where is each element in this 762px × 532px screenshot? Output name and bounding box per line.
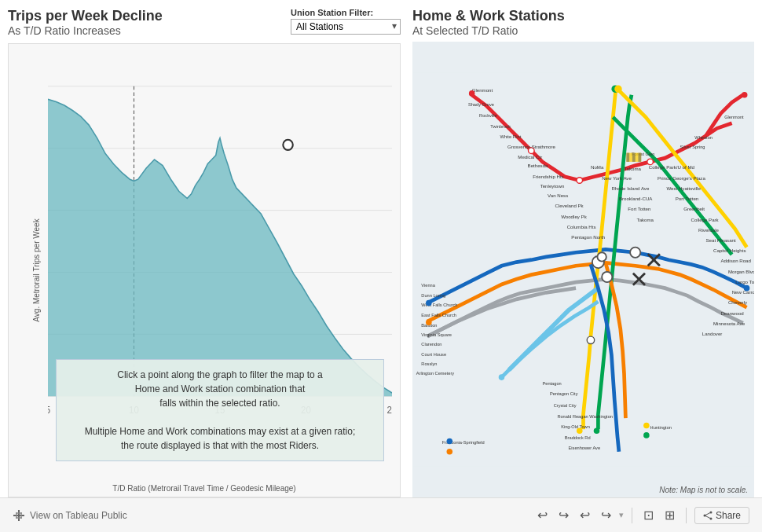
svg-text:Huntington: Huntington <box>650 425 672 430</box>
svg-point-23 <box>597 252 606 261</box>
footer-divider-2 <box>686 508 687 523</box>
svg-text:College Park: College Park <box>691 217 720 222</box>
left-title-sub: As T/D Ratio Increases <box>8 24 275 37</box>
svg-text:Bethesda: Bethesda <box>528 163 548 168</box>
svg-point-104 <box>447 438 453 445</box>
right-title-main: Home & Work Stations <box>412 8 754 24</box>
footer-left: View on Tableau Public <box>13 509 127 522</box>
right-header: Home & Work Stations At Selected T/D Rat… <box>412 8 754 37</box>
svg-point-100 <box>426 319 432 325</box>
svg-text:West Hyattsville: West Hyattsville <box>666 185 701 191</box>
footer-right: ↩ ↪ ↩ ↪ ▾ ⊡ ⊞ Share <box>534 506 749 524</box>
svg-text:Arlington Cemetery: Arlington Cemetery <box>416 371 455 376</box>
svg-rect-117 <box>16 512 22 514</box>
svg-text:Morgan Blvd: Morgan Blvd <box>728 269 754 274</box>
share-button[interactable]: Share <box>694 507 749 524</box>
svg-text:Wheaton: Wheaton <box>694 136 713 141</box>
redo2-button[interactable]: ↪ <box>598 506 614 524</box>
filter-label: Union Station Filter: <box>291 8 373 17</box>
svg-text:Fort Totten: Fort Totten <box>628 206 651 211</box>
svg-text:Prince George's Plaza: Prince George's Plaza <box>658 175 705 181</box>
svg-text:Takoma: Takoma <box>625 166 642 171</box>
left-title-main: Trips per Week Decline <box>8 8 275 24</box>
redo-button[interactable]: ↪ <box>555 506 572 524</box>
svg-line-123 <box>705 515 711 519</box>
svg-text:Pentagon City: Pentagon City <box>550 391 578 396</box>
svg-text:Deanwood: Deanwood <box>720 310 744 316</box>
svg-text:Rhode Island Ave: Rhode Island Ave <box>611 185 649 191</box>
svg-text:Seat Pleasant: Seat Pleasant <box>706 237 736 243</box>
svg-rect-110 <box>626 153 629 162</box>
svg-point-108 <box>499 374 505 380</box>
footer-divider <box>632 508 632 523</box>
main-container: Trips per Week Decline As T/D Ratio Incr… <box>0 0 762 532</box>
share-icon <box>703 511 713 520</box>
svg-text:Glenmont: Glenmont <box>472 87 493 93</box>
undo2-button[interactable]: ↩ <box>577 506 593 524</box>
filter-select-wrapper[interactable]: All Stations Union Station Only <box>291 19 401 35</box>
svg-text:Woodley Pk: Woodley Pk <box>561 214 588 219</box>
svg-rect-112 <box>638 153 641 162</box>
svg-text:Landover: Landover <box>702 331 723 336</box>
svg-text:Minnesota Ave: Minnesota Ave <box>713 321 746 326</box>
svg-text:Rockville: Rockville <box>479 113 497 118</box>
tableau-link[interactable]: View on Tableau Public <box>30 510 127 521</box>
svg-point-25 <box>587 336 594 343</box>
fullscreen-button[interactable]: ⊞ <box>661 506 678 524</box>
svg-text:Rosslyn: Rosslyn <box>421 361 437 366</box>
svg-text:Silver Spring: Silver Spring <box>680 145 705 149</box>
svg-point-106 <box>643 423 650 429</box>
station-filter-select[interactable]: All Stations Union Station Only <box>291 19 401 35</box>
svg-text:Crystal City: Crystal City <box>554 403 577 408</box>
svg-point-107 <box>643 432 650 438</box>
annotation-line1: Click a point along the graph to filter … <box>68 368 372 382</box>
svg-text:College Park/U of Md: College Park/U of Md <box>649 164 695 170</box>
svg-point-21 <box>630 248 640 258</box>
svg-text:Dunn Loring: Dunn Loring <box>421 293 445 298</box>
left-header: Trips per Week Decline As T/D Ratio Incr… <box>8 8 401 37</box>
embed-button[interactable]: ⊡ <box>640 506 657 524</box>
svg-text:Greenbelt: Greenbelt <box>683 206 705 211</box>
svg-text:Van Ness: Van Ness <box>548 193 568 198</box>
svg-rect-118 <box>16 517 22 519</box>
data-point <box>283 140 293 150</box>
svg-text:Addison Road: Addison Road <box>720 258 751 263</box>
y-axis-label: Avg. Metrorail Trips per Week <box>32 218 41 321</box>
map-note: Note: Map is not to scale. <box>659 486 748 494</box>
annotation-line5: Multiple Home and Work combinations may … <box>68 424 372 438</box>
chart-container[interactable]: Avg. Metrorail Trips per Week 0.0 0.5 1.… <box>8 43 401 497</box>
svg-point-103 <box>594 427 600 434</box>
svg-text:Brookland-CUA: Brookland-CUA <box>619 196 653 201</box>
svg-text:King-Old Town: King-Old Town <box>561 424 590 429</box>
svg-rect-111 <box>632 153 636 162</box>
svg-text:Clarendon: Clarendon <box>421 342 441 347</box>
svg-text:NoMa: NoMa <box>591 164 604 170</box>
svg-text:Court House: Court House <box>421 352 446 357</box>
svg-text:Ronald Reagan Washington: Ronald Reagan Washington <box>557 414 613 419</box>
annotation-line3: falls within the selected ratio. <box>68 396 372 410</box>
svg-text:Capitol Heights: Capitol Heights <box>713 248 746 253</box>
svg-text:Riverdale: Riverdale <box>698 227 719 233</box>
annotation-line6: the route displayed is that with the mos… <box>68 438 372 453</box>
svg-point-97 <box>469 90 475 97</box>
svg-text:Cleveland Pk: Cleveland Pk <box>555 204 584 209</box>
undo-button[interactable]: ↩ <box>534 506 551 524</box>
right-panel: Home & Work Stations At Selected T/D Rat… <box>401 8 754 497</box>
svg-text:White Flint: White Flint <box>500 134 522 139</box>
svg-text:Pentagon: Pentagon <box>542 381 561 386</box>
svg-point-27 <box>577 178 583 184</box>
svg-point-101 <box>744 285 750 292</box>
right-title-sub: At Selected T/D Ratio <box>412 24 754 37</box>
svg-point-96 <box>614 85 621 92</box>
svg-text:Shady Grove: Shady Grove <box>468 102 494 107</box>
svg-text:East Falls Church: East Falls Church <box>421 313 456 317</box>
tableau-icon <box>13 509 25 522</box>
svg-text:Grosvenor-Strathmore: Grosvenor-Strathmore <box>507 144 556 149</box>
annotation-box: Click a point along the graph to filter … <box>56 359 384 461</box>
svg-text:Glenmont: Glenmont <box>724 115 744 119</box>
svg-point-105 <box>447 449 453 455</box>
svg-text:25: 25 <box>387 405 392 415</box>
metro-map-svg: Glenmont Wheaton Forest Glen Silver Spri… <box>412 42 754 497</box>
svg-text:Port Totten: Port Totten <box>676 196 699 201</box>
map-container[interactable]: Glenmont Wheaton Forest Glen Silver Spri… <box>412 42 754 497</box>
